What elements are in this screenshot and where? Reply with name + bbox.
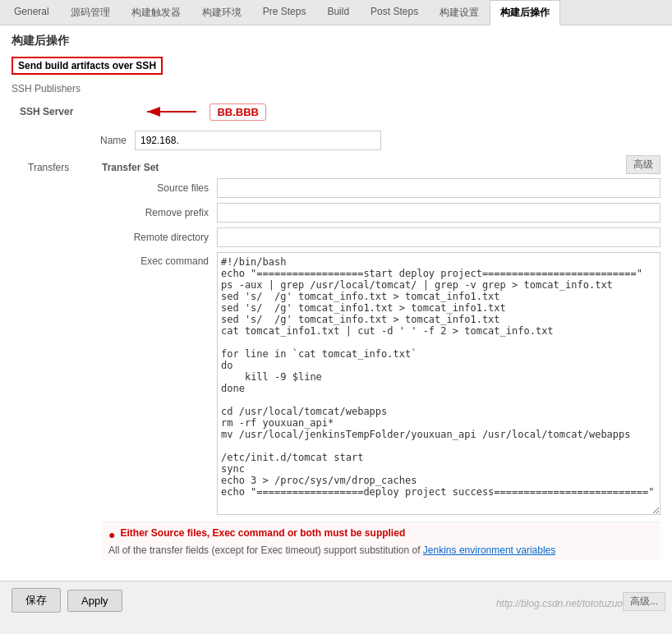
tab-build-settings[interactable]: 构建设置: [429, 0, 490, 25]
remove-prefix-input[interactable]: [217, 203, 660, 223]
tab-general[interactable]: General: [3, 0, 60, 25]
tab-pre-steps[interactable]: Pre Steps: [252, 0, 317, 25]
exec-command-label: Exec command: [102, 255, 217, 267]
jenkins-env-link[interactable]: Jenkins environment variables: [423, 544, 555, 556]
transfers-label: Transfers: [28, 162, 94, 173]
transfers-inner: Transfer Set Source files Remove prefix …: [102, 162, 660, 561]
error-section: ● Either Source files, Exec command or b…: [102, 521, 660, 561]
publishers-label: SSH Publishers: [12, 83, 660, 94]
ssh-server-label: SSH Server: [20, 106, 73, 117]
save-button[interactable]: 保存: [12, 588, 61, 613]
tab-build-env[interactable]: 构建环境: [191, 0, 252, 25]
remote-directory-row: Remote directory: [102, 227, 660, 247]
annotation-bubble: BB.BBB: [209, 103, 266, 121]
page-content: 构建后操作 Send build artifacts over SSH SSH …: [0, 25, 672, 581]
high-button-footer[interactable]: 高级...: [623, 592, 665, 611]
remove-prefix-row: Remove prefix: [102, 203, 660, 223]
transfer-set-label: Transfer Set: [102, 162, 660, 173]
source-files-input[interactable]: [217, 178, 660, 198]
page-title: 构建后操作: [12, 34, 660, 48]
exec-command-textarea[interactable]: #!/bin/bash echo "==================star…: [217, 252, 660, 515]
name-input[interactable]: [135, 131, 381, 150]
tab-source[interactable]: 源码管理: [60, 0, 121, 25]
watermark: http://blog.csdn.net/tototuzuo: [496, 598, 623, 609]
remove-prefix-label: Remove prefix: [102, 207, 217, 218]
nav-tabs: General 源码管理 构建触发器 构建环境 Pre Steps Build …: [0, 0, 672, 25]
tab-build[interactable]: Build: [316, 0, 360, 25]
tab-triggers[interactable]: 构建触发器: [121, 0, 191, 25]
name-row: Name: [20, 131, 660, 150]
ssh-publishers: SSH Publishers SSH Server BB.BBB: [12, 83, 660, 572]
source-files-label: Source files: [102, 182, 217, 194]
name-label: Name: [20, 135, 135, 146]
apply-button[interactable]: Apply: [67, 590, 122, 612]
tab-post-steps[interactable]: Post Steps: [360, 0, 429, 25]
footer-bar: 保存 Apply http://blog.csdn.net/tototuzuo …: [0, 581, 672, 619]
info-text: All of the transfer fields (except for E…: [108, 544, 654, 556]
remote-directory-input[interactable]: [217, 227, 660, 247]
tab-post-build[interactable]: 构建后操作: [490, 0, 560, 25]
error-line: ● Either Source files, Exec command or b…: [108, 527, 654, 541]
arrow-icon: [139, 99, 205, 124]
remote-directory-label: Remote directory: [102, 232, 217, 243]
error-text: Either Source files, Exec command or bot…: [120, 527, 405, 539]
section-label: Send build artifacts over SSH: [12, 57, 163, 75]
source-files-row: Source files: [102, 178, 660, 198]
transfers-section: Transfers Transfer Set Source files Remo…: [28, 162, 660, 572]
ssh-server-section: SSH Server BB.BBB Name: [20, 99, 660, 572]
exec-command-row: Exec command #!/bin/bash echo "=========…: [102, 252, 660, 515]
error-icon: ●: [108, 528, 115, 541]
